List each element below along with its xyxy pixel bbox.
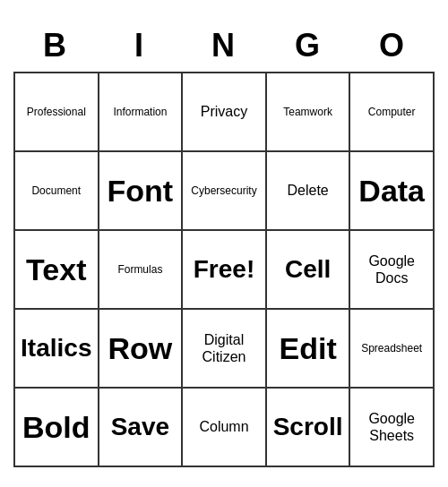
bingo-cell: Bold	[15, 389, 99, 467]
bingo-cell: Edit	[267, 310, 351, 389]
bingo-cell: Column	[183, 389, 267, 467]
cell-text: Font	[108, 173, 174, 209]
cell-text: Digital Citizen	[202, 331, 246, 365]
cell-text: Google Docs	[368, 252, 415, 286]
cell-text: Text	[26, 252, 86, 288]
bingo-header: BINGO	[13, 20, 435, 72]
bingo-cell: Google Sheets	[350, 389, 435, 467]
cell-text: Free!	[194, 254, 254, 285]
cell-text: Teamwork	[283, 106, 332, 118]
bingo-cell: Italics	[15, 310, 99, 389]
cell-text: Row	[108, 330, 173, 367]
bingo-cell: Delete	[267, 152, 351, 231]
cell-text: Scroll	[273, 412, 343, 442]
bingo-cell: Save	[99, 389, 184, 467]
bingo-card: BINGO ProfessionalInformationPrivacyTeam…	[13, 20, 435, 467]
cell-text: Google Sheets	[368, 410, 415, 444]
cell-text: Bold	[22, 409, 90, 446]
bingo-cell: Formulas	[99, 231, 184, 310]
cell-text: Column	[199, 418, 248, 435]
bingo-cell: Spreadsheet	[350, 310, 435, 389]
bingo-cell: Teamwork	[267, 73, 351, 152]
cell-text: Edit	[279, 330, 336, 367]
cell-text: Professional	[27, 106, 86, 118]
bingo-cell: Text	[15, 231, 99, 310]
cell-text: Italics	[21, 333, 91, 363]
bingo-cell: Computer	[350, 73, 435, 152]
cell-text: Save	[111, 412, 169, 442]
cell-text: Delete	[287, 182, 328, 199]
cell-text: Privacy	[201, 103, 247, 120]
header-letter: B	[13, 20, 98, 72]
bingo-cell: Cybersecurity	[183, 152, 267, 231]
cell-text: Information	[113, 106, 167, 118]
bingo-cell: Document	[15, 152, 99, 231]
cell-text: Computer	[368, 106, 416, 118]
cell-text: Document	[31, 184, 81, 197]
cell-text: Cell	[285, 254, 331, 285]
bingo-cell: Row	[99, 310, 184, 389]
bingo-cell: Information	[99, 73, 184, 152]
bingo-cell: Free!	[183, 231, 267, 310]
cell-text: Spreadsheet	[361, 342, 422, 355]
header-letter: N	[182, 20, 266, 72]
header-letter: I	[98, 20, 182, 72]
bingo-cell: Google Docs	[350, 231, 435, 310]
bingo-grid: ProfessionalInformationPrivacyTeamworkCo…	[13, 72, 435, 467]
cell-text: Formulas	[117, 263, 162, 276]
header-letter: O	[350, 20, 435, 72]
bingo-cell: Privacy	[183, 73, 267, 152]
bingo-cell: Cell	[267, 231, 351, 310]
header-letter: G	[266, 20, 350, 72]
bingo-cell: Scroll	[267, 389, 351, 467]
bingo-cell: Font	[99, 152, 184, 231]
bingo-cell: Digital Citizen	[183, 310, 267, 389]
bingo-cell: Data	[350, 152, 435, 231]
cell-text: Cybersecurity	[191, 184, 256, 197]
cell-text: Data	[358, 173, 425, 209]
bingo-cell: Professional	[15, 73, 99, 152]
